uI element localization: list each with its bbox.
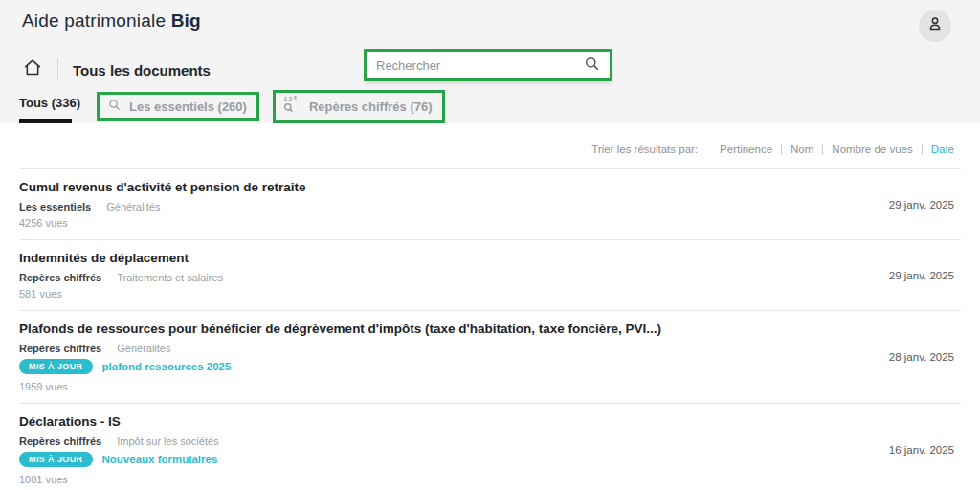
document-title[interactable]: Déclarations - IS [19, 414, 219, 429]
home-button[interactable] [22, 57, 43, 82]
document-views: 581 vues [19, 288, 223, 300]
document-category: Repères chiffrés [19, 435, 101, 447]
document-category: Les essentiels [19, 201, 91, 212]
tab-tous[interactable]: Tous (336) [19, 90, 82, 122]
document-title[interactable]: Cumul revenus d'activité et pension de r… [19, 180, 306, 194]
app-title: Aide patrimoniale [22, 11, 166, 31]
tab-les-essentiels-label: Les essentiels (260) [129, 100, 247, 114]
document-tags: Repères chiffrés Généralités [19, 343, 661, 354]
active-tab-underline [19, 119, 72, 122]
search-highlight-box [364, 49, 612, 81]
tab-les-essentiels[interactable]: Les essentiels (260) [97, 92, 259, 121]
list-item[interactable]: Cumul revenus d'activité et pension de r… [19, 169, 961, 240]
document-info: Indemnités de déplacement Repères chiffr… [19, 251, 223, 300]
document-subcategory: Impôt sur les sociétés [117, 435, 218, 447]
document-info: Plafonds de ressources pour bénéficier d… [19, 322, 661, 392]
sort-label: Trier les résultats par: [591, 144, 698, 155]
page-title: Tous les documents [73, 62, 211, 78]
document-subcategory: Généralités [106, 201, 160, 212]
home-icon [22, 57, 43, 82]
document-tags: Repères chiffrés Impôt sur les sociétés [19, 435, 219, 447]
document-subcategory: Généralités [117, 343, 170, 354]
document-title[interactable]: Indemnités de déplacement [19, 251, 223, 265]
tab-tous-label: Tous (336) [19, 96, 80, 110]
document-views: 1959 vues [19, 381, 661, 392]
document-views: 4256 vues [19, 217, 306, 229]
document-badge-row: MIS À JOUR plafond ressources 2025 [19, 359, 661, 374]
document-category: Repères chiffrés [19, 343, 101, 354]
list-item[interactable]: Plafonds de ressources pour bénéficier d… [19, 311, 961, 404]
list-item[interactable]: Déclarations - IS Repères chiffrés Impôt… [19, 404, 961, 490]
svg-text:3: 3 [293, 96, 297, 101]
tab-reperes-chiffres[interactable]: 1 2 3 Repères chiffrés (76) [273, 90, 445, 122]
document-date: 16 janv. 2025 [889, 444, 954, 456]
document-date: 29 janv. 2025 [889, 270, 954, 281]
search-input[interactable] [367, 58, 583, 73]
sort-option-nom[interactable]: Nom [781, 144, 822, 155]
document-title[interactable]: Plafonds de ressources pour bénéficier d… [19, 322, 661, 336]
tab-reperes-chiffres-label: Repères chiffrés (76) [309, 100, 433, 114]
results-area: Trier les résultats par: Pertinence Nom … [0, 122, 980, 490]
update-link[interactable]: plafond ressources 2025 [102, 361, 232, 372]
numbers-search-icon: 1 2 3 [283, 96, 301, 117]
document-list: Cumul revenus d'activité et pension de r… [19, 169, 961, 490]
document-subcategory: Traitements et salaires [117, 272, 223, 283]
user-icon [925, 14, 945, 37]
app-logo: Aide patrimoniale Big [22, 11, 201, 32]
page-header: Aide patrimoniale Big Tous les documents [0, 0, 980, 122]
document-category: Repères chiffrés [19, 272, 101, 283]
breadcrumb-divider [57, 58, 58, 81]
search-submit-button[interactable] [583, 55, 610, 77]
sort-option-date[interactable]: Date [922, 144, 954, 155]
document-info: Cumul revenus d'activité et pension de r… [19, 180, 306, 229]
status-badge: MIS À JOUR [19, 452, 93, 467]
tab-bar: Tous (336) Les essentiels (260) 1 2 3 [19, 90, 458, 122]
app-title-bold: Big [171, 11, 201, 31]
sort-option-nombre-de-vues[interactable]: Nombre de vues [822, 144, 921, 155]
list-item[interactable]: Indemnités de déplacement Repères chiffr… [19, 240, 961, 311]
update-link[interactable]: Nouveaux formulaires [102, 454, 218, 465]
user-avatar-button[interactable] [919, 10, 951, 42]
svg-text:2: 2 [288, 96, 292, 102]
breadcrumb: Tous les documents [22, 57, 211, 82]
search-icon [583, 55, 601, 77]
svg-text:1: 1 [284, 96, 288, 102]
document-tags: Repères chiffrés Traitements et salaires [19, 272, 223, 283]
document-date: 28 janv. 2025 [889, 351, 954, 363]
document-info: Déclarations - IS Repères chiffrés Impôt… [19, 414, 219, 485]
document-date: 29 janv. 2025 [889, 199, 954, 211]
search-tab-icon [107, 98, 122, 115]
status-badge: MIS À JOUR [19, 359, 93, 374]
sort-bar: Trier les résultats par: Pertinence Nom … [19, 122, 961, 169]
sort-option-pertinence[interactable]: Pertinence [711, 144, 781, 155]
document-badge-row: MIS À JOUR Nouveaux formulaires [19, 452, 219, 467]
document-views: 1081 vues [19, 474, 219, 485]
document-tags: Les essentiels Généralités [19, 201, 306, 212]
